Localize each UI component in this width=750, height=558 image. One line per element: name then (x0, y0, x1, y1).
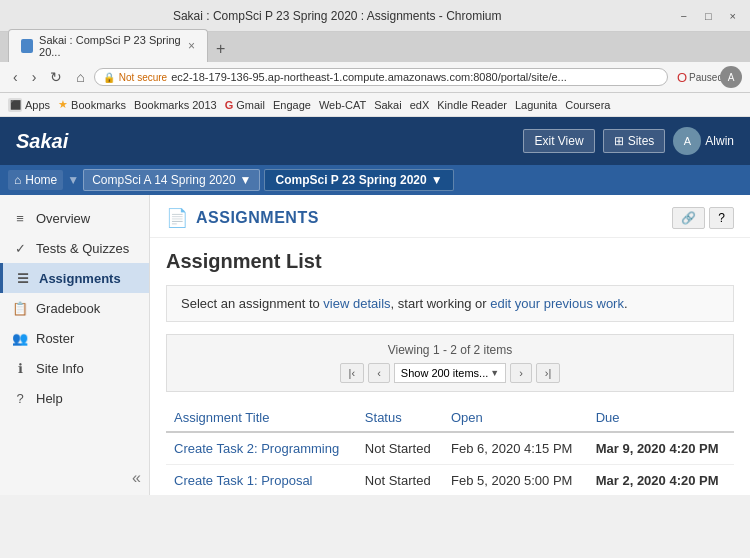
minimize-button[interactable]: − (674, 8, 692, 24)
site1-label: CompSci A 14 Spring 2020 (92, 173, 235, 187)
tab-close-button[interactable]: × (188, 39, 195, 53)
page-size-dropdown[interactable]: Show 200 items... ▼ (394, 363, 506, 383)
cell-status: Not Started (357, 432, 443, 465)
exit-view-button[interactable]: Exit View (523, 129, 594, 153)
browser-titlebar: Sakai : CompSci P 23 Spring 2020 : Assig… (0, 0, 750, 32)
avatar: A (673, 127, 701, 155)
user-menu[interactable]: A Alwin (673, 127, 734, 155)
breadcrumb-separator-1: ▼ (67, 173, 79, 187)
sort-status-link[interactable]: Status (365, 410, 402, 425)
star-icon: ★ (58, 98, 68, 111)
home-button[interactable]: ⌂ (71, 67, 89, 87)
cell-open: Feb 5, 2020 5:00 PM (443, 465, 588, 496)
bookmark-engage[interactable]: Engage (273, 99, 311, 111)
page-document-icon: 📄 (166, 207, 188, 229)
address-bar[interactable]: 🔒 Not secure ec2-18-179-136-95.ap-northe… (94, 68, 668, 86)
col-header-status[interactable]: Status (357, 404, 443, 432)
breadcrumb: ⌂ Home ▼ CompSci A 14 Spring 2020 ▼ Comp… (0, 165, 750, 195)
window-controls[interactable]: − □ × (674, 8, 742, 24)
bookmark-sakai[interactable]: Sakai (374, 99, 402, 111)
sidebar-item-site-info[interactable]: ℹ Site Info (0, 353, 149, 383)
assignment-list-title: Assignment List (150, 238, 750, 285)
last-page-button[interactable]: ›| (536, 363, 561, 383)
first-page-button[interactable]: |‹ (340, 363, 365, 383)
current-site[interactable]: CompSci P 23 Spring 2020 ▼ (264, 169, 453, 191)
breadcrumb-home[interactable]: ⌂ Home (8, 170, 63, 190)
page-size-label: Show 200 items... (401, 367, 488, 379)
active-tab[interactable]: Sakai : CompSci P 23 Spring 20... × (8, 29, 208, 62)
user-profile-icon[interactable]: A (720, 66, 742, 88)
col-header-open[interactable]: Open (443, 404, 588, 432)
bookmark-edx[interactable]: edX (410, 99, 430, 111)
bookmark-apps[interactable]: ⬛ Apps (8, 98, 50, 112)
grid-icon: ⊞ (614, 134, 624, 148)
sort-title-link[interactable]: Assignment Title (174, 410, 269, 425)
view-details-link[interactable]: view details (323, 296, 390, 311)
cell-due: Mar 9, 2020 4:20 PM (588, 432, 734, 465)
sidebar-help-label: Help (36, 391, 63, 406)
cell-open: Feb 6, 2020 4:15 PM (443, 432, 588, 465)
engage-label: Engage (273, 99, 311, 111)
sakai-header: Sakai Exit View ⊞ Sites A Alwin (0, 117, 750, 165)
sidebar-item-overview[interactable]: ≡ Overview (0, 203, 149, 233)
edx-label: edX (410, 99, 430, 111)
close-window-button[interactable]: × (724, 8, 742, 24)
pagination-info: Viewing 1 - 2 of 2 items (175, 343, 725, 357)
edit-work-link[interactable]: edit your previous work (490, 296, 624, 311)
current-site-label: CompSci P 23 Spring 2020 (275, 173, 426, 187)
link-action-button[interactable]: 🔗 (672, 207, 705, 229)
help-action-button[interactable]: ? (709, 207, 734, 229)
info-message-box: Select an assignment to view details, st… (166, 285, 734, 322)
col-header-title[interactable]: Assignment Title (166, 404, 357, 432)
col-header-due[interactable]: Due (588, 404, 734, 432)
assignments-table: Assignment Title Status Open Due (166, 404, 734, 495)
new-tab-button[interactable]: + (208, 36, 233, 62)
assignment-link-1[interactable]: Create Task 1: Proposal (174, 473, 313, 488)
bookmark-coursera[interactable]: Coursera (565, 99, 610, 111)
sites-button[interactable]: ⊞ Sites (603, 129, 666, 153)
sidebar-item-assignments[interactable]: ☰ Assignments (0, 263, 149, 293)
sakai-logo: Sakai (16, 130, 68, 153)
sakai-app: Sakai Exit View ⊞ Sites A Alwin ⌂ Home ▼… (0, 117, 750, 495)
tab-bar: Sakai : CompSci P 23 Spring 20... × + (0, 32, 750, 62)
prev-page-button[interactable]: ‹ (368, 363, 390, 383)
bookmark-gmail[interactable]: G Gmail (225, 99, 265, 111)
sakai-bookmark-label: Sakai (374, 99, 402, 111)
pagination-controls: |‹ ‹ Show 200 items... ▼ › ›| (175, 363, 725, 383)
site1-dropdown[interactable]: CompSci A 14 Spring 2020 ▼ (83, 169, 260, 191)
page-title: ASSIGNMENTS (196, 209, 319, 227)
reload-button[interactable]: ↻ (45, 67, 67, 87)
coursera-label: Coursera (565, 99, 610, 111)
sidebar-item-gradebook[interactable]: 📋 Gradebook (0, 293, 149, 323)
tab-title: Sakai : CompSci P 23 Spring 20... (39, 34, 182, 58)
roster-icon: 👥 (12, 330, 28, 346)
sort-open-link[interactable]: Open (451, 410, 483, 425)
cell-title: Create Task 2: Programming (166, 432, 357, 465)
url-text: ec2-18-179-136-95.ap-northeast-1.compute… (171, 71, 659, 83)
sidebar-collapse-button[interactable]: « (132, 469, 141, 487)
gmail-label: Gmail (236, 99, 265, 111)
sort-due-link[interactable]: Due (596, 410, 620, 425)
home-icon: ⌂ (14, 173, 21, 187)
table-row: Create Task 1: ProposalNot StartedFeb 5,… (166, 465, 734, 496)
sidebar-item-tests-quizzes[interactable]: ✓ Tests & Quizzes (0, 233, 149, 263)
bookmark-kindle[interactable]: Kindle Reader (437, 99, 507, 111)
assignments-icon: ☰ (15, 270, 31, 286)
bookmark-apps-label: Apps (25, 99, 50, 111)
bookmark-lagunita[interactable]: Lagunita (515, 99, 557, 111)
sidebar-site-info-label: Site Info (36, 361, 84, 376)
help-icon: ? (12, 390, 28, 406)
bookmark-webcat[interactable]: Web-CAT (319, 99, 366, 111)
table-header-row: Assignment Title Status Open Due (166, 404, 734, 432)
back-button[interactable]: ‹ (8, 67, 23, 87)
sidebar-item-help[interactable]: ? Help (0, 383, 149, 413)
assignment-link-0[interactable]: Create Task 2: Programming (174, 441, 339, 456)
bookmark-bookmarks2013[interactable]: Bookmarks 2013 (134, 99, 217, 111)
forward-button[interactable]: › (27, 67, 42, 87)
sites-label: Sites (628, 134, 655, 148)
bookmark-bookmarks[interactable]: ★ Bookmarks (58, 98, 126, 111)
next-page-button[interactable]: › (510, 363, 532, 383)
page-title-area: 📄 ASSIGNMENTS (166, 207, 319, 229)
maximize-button[interactable]: □ (699, 8, 718, 24)
sidebar-item-roster[interactable]: 👥 Roster (0, 323, 149, 353)
